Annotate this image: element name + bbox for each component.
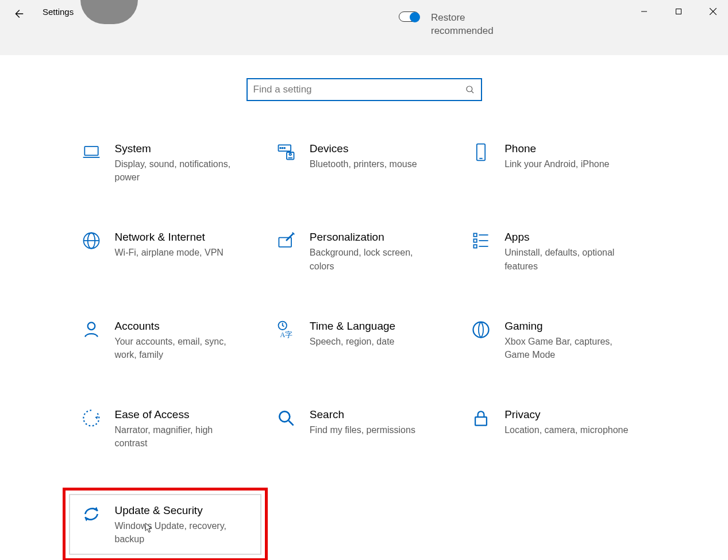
tile-title: Ease of Access [115,408,241,421]
tile-desc: Your accounts, email, sync, work, family [115,335,241,361]
tile-phone[interactable]: Phone Link your Android, iPhone [467,139,651,186]
svg-rect-19 [474,240,477,242]
paint-icon [275,230,297,252]
svg-rect-29 [475,417,487,425]
svg-point-26 [473,322,489,337]
svg-rect-4 [84,146,98,155]
minimize-icon [641,8,648,15]
user-avatar[interactable] [80,0,138,24]
svg-line-3 [471,91,473,93]
tile-time-language[interactable]: A字 Time & Language Speech, region, date [272,316,456,364]
tile-system[interactable]: System Display, sound, notifications, po… [77,139,261,186]
globe-icon [80,230,102,252]
tile-search[interactable]: Search Find my files, permissions [272,405,456,452]
tile-title: Update & Security [115,504,241,517]
tile-ease-of-access[interactable]: Ease of Access Narrator, magnifier, high… [77,405,261,452]
tile-desc: Speech, region, date [310,335,395,348]
tile-title: Accounts [115,320,241,333]
svg-point-27 [279,411,290,422]
svg-rect-21 [474,245,477,248]
toggle-knob [410,12,420,22]
tile-personalization[interactable]: Personalization Background, lock screen,… [272,227,456,275]
tile-desc: Link your Android, iPhone [504,157,609,171]
tile-title: Apps [504,231,631,244]
toggle-icon [399,11,419,22]
tile-desc: Windows Update, recovery, backup [115,519,241,546]
tile-title: Gaming [504,320,631,333]
arrow-left-icon [12,7,25,20]
tile-gaming[interactable]: Gaming Xbox Game Bar, captures, Game Mod… [467,316,651,364]
maximize-icon [675,8,682,15]
devices-icon [275,141,297,163]
ease-of-access-icon [80,407,102,429]
svg-point-6 [280,148,281,149]
titlebar: Settings Restore recommended [0,0,728,55]
tile-network[interactable]: Network & Internet Wi-Fi, airplane mode,… [77,227,261,275]
tile-desc: Uninstall, defaults, optional features [504,246,631,272]
close-button[interactable] [707,6,719,17]
search-icon [465,84,475,95]
svg-point-2 [467,86,472,92]
tile-desc: Background, lock screen, colors [310,246,436,272]
tile-title: Phone [504,142,609,155]
tile-privacy[interactable]: Privacy Location, camera, microphone [467,405,651,452]
svg-line-28 [288,421,293,426]
tile-desc: Find my files, permissions [310,423,415,437]
tile-apps[interactable]: Apps Uninstall, defaults, optional featu… [467,227,651,275]
tile-desc: Display, sound, notifications, power [115,157,241,184]
tile-title: Network & Internet [115,231,224,244]
search-box[interactable] [246,78,482,101]
settings-grid: System Display, sound, notifications, po… [77,139,652,555]
search-input[interactable] [253,84,465,95]
maximize-button[interactable] [673,6,684,17]
svg-point-8 [284,148,285,149]
status-line2: recommended [431,25,494,38]
laptop-icon [80,141,102,163]
phone-icon [470,141,492,163]
tile-desc: Xbox Game Bar, captures, Game Mode [504,335,631,361]
search-row [0,78,728,101]
svg-rect-16 [279,238,291,247]
tile-title: Devices [310,142,417,155]
tile-devices[interactable]: Devices Bluetooth, printers, mouse [272,139,456,186]
tile-title: System [115,142,241,155]
sync-icon [80,503,102,525]
window-controls [638,6,719,17]
back-button[interactable] [11,7,25,21]
apps-icon [470,230,492,252]
magnifier-icon [275,407,297,429]
tile-accounts[interactable]: Accounts Your accounts, email, sync, wor… [77,316,261,364]
minimize-button[interactable] [638,6,650,17]
tile-title: Personalization [310,231,436,244]
tile-desc: Wi-Fi, airplane mode, VPN [115,246,224,259]
close-icon [709,7,717,16]
svg-point-23 [87,322,95,330]
lock-icon [470,407,492,429]
svg-text:A字: A字 [280,330,292,338]
tile-desc: Bluetooth, printers, mouse [310,157,417,171]
window-title: Settings [43,7,74,17]
gaming-icon [470,319,492,341]
svg-rect-17 [474,234,477,237]
svg-rect-1 [676,9,681,14]
tile-title: Search [310,408,415,421]
time-language-icon: A字 [275,319,297,341]
svg-point-7 [282,148,283,149]
tile-title: Time & Language [310,320,395,333]
person-icon [80,319,102,341]
tile-update-security[interactable]: Update & Security Windows Update, recove… [69,494,261,555]
svg-point-10 [289,153,291,156]
status-line1: Restore [431,11,494,25]
restore-status: Restore recommended [399,11,494,38]
tile-title: Privacy [504,408,628,421]
tile-desc: Narrator, magnifier, high contrast [115,423,241,450]
tile-desc: Location, camera, microphone [504,423,628,437]
